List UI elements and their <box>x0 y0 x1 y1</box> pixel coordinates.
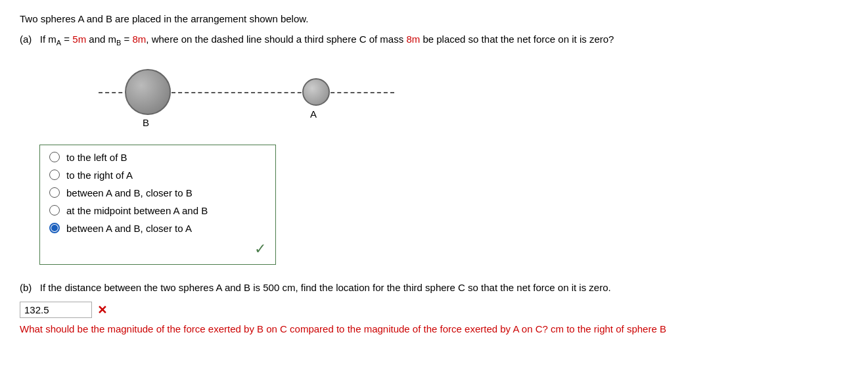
x-mark-icon: ✕ <box>97 303 107 317</box>
sphere-a <box>302 78 330 106</box>
radio-5[interactable] <box>49 223 60 233</box>
feedback-content: What should be the magnitude of the forc… <box>20 323 548 334</box>
suffix-text: cm to the right of sphere B <box>551 323 666 334</box>
label-a: A <box>310 108 317 120</box>
option-row-1[interactable]: to the left of B <box>49 152 266 163</box>
checkmark-icon: ✓ <box>254 240 266 258</box>
option-label-2: to the right of A <box>66 170 133 181</box>
checkmark-row: ✓ <box>49 240 266 258</box>
radio-inner-5 <box>51 225 58 231</box>
diagram-area: B A <box>99 59 848 131</box>
sphere-b <box>125 69 171 115</box>
part-a-label: (a) <box>20 34 32 45</box>
radio-3[interactable] <box>49 187 60 198</box>
option-row-4[interactable]: at the midpoint between A and B <box>49 205 266 216</box>
radio-4[interactable] <box>49 205 60 216</box>
option-label-5: between A and B, closer to A <box>66 223 192 234</box>
feedback-text: What should be the magnitude of the forc… <box>20 322 848 337</box>
part-a-question: (a) If mA = 5m and mB = 8m, where on the… <box>20 32 848 49</box>
part-b-input-row: ✕ <box>20 302 848 318</box>
option-label-3: between A and B, closer to B <box>66 187 193 198</box>
option-label-4: at the midpoint between A and B <box>66 205 208 216</box>
options-box: to the left of B to the right of A betwe… <box>39 145 276 265</box>
option-row-5[interactable]: between A and B, closer to A <box>49 223 266 234</box>
part-b-text: If the distance between the two spheres … <box>40 282 611 293</box>
part-b-question: (b) If the distance between the two sphe… <box>20 281 848 296</box>
option-label-1: to the left of B <box>66 152 127 163</box>
part-b-label: (b) <box>20 282 32 293</box>
option-row-2[interactable]: to the right of A <box>49 170 266 181</box>
answer-input[interactable] <box>20 302 92 318</box>
radio-1[interactable] <box>49 152 60 162</box>
label-b: B <box>143 117 149 128</box>
option-row-3[interactable]: between A and B, closer to B <box>49 187 266 198</box>
intro-text: Two spheres A and B are placed in the ar… <box>20 13 848 24</box>
radio-2[interactable] <box>49 170 60 180</box>
